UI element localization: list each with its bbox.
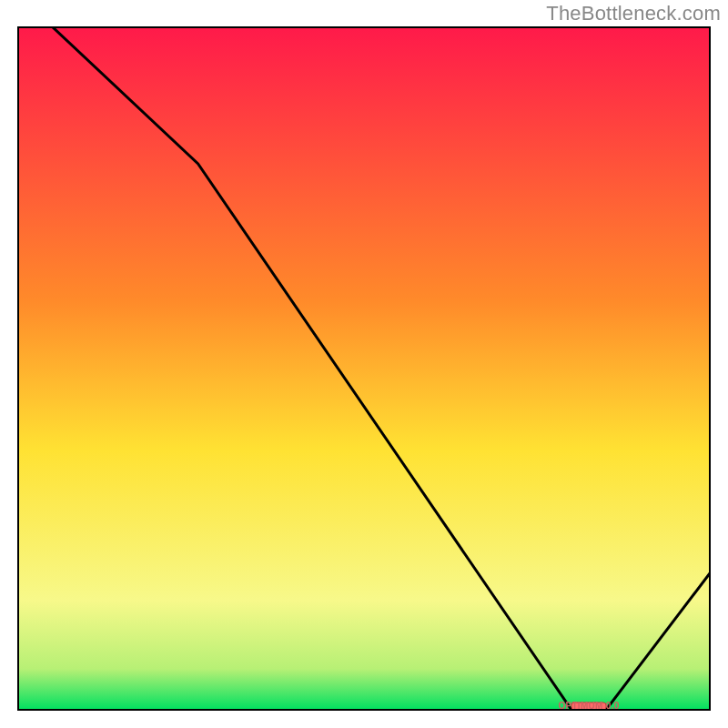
chart-container: TheBottleneck.com OPTIMUM 0.0 [0,0,728,728]
watermark-text: TheBottleneck.com [546,2,721,25]
optimum-label: OPTIMUM 0.0 [558,701,619,711]
gradient-background [18,27,710,710]
chart-svg: OPTIMUM 0.0 [0,0,728,728]
